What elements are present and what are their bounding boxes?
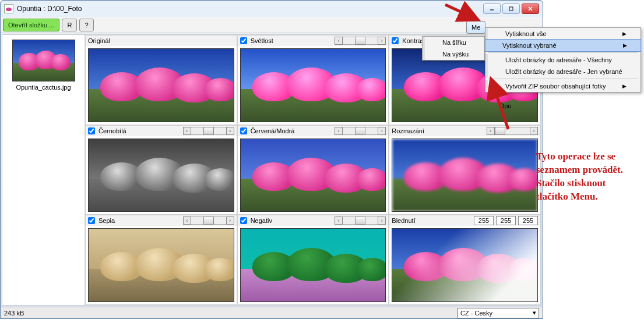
cell-sepia: Sepia ‹ › bbox=[85, 215, 237, 305]
annotation-arrow-icon bbox=[442, 1, 483, 24]
cb-brightness[interactable] bbox=[240, 37, 247, 44]
slider-right-icon[interactable]: › bbox=[378, 216, 386, 225]
fade-value-1[interactable]: 255 bbox=[474, 216, 494, 225]
preview-fade[interactable] bbox=[392, 228, 538, 302]
slider-bw[interactable]: ‹ › bbox=[183, 127, 234, 135]
cell-label: Negativ bbox=[251, 217, 272, 224]
preview-sepia[interactable] bbox=[88, 228, 234, 302]
cell-original: Originál bbox=[85, 35, 237, 125]
submenu-arrow-icon: ▶ bbox=[623, 42, 627, 48]
slider-left-icon[interactable]: ‹ bbox=[335, 216, 343, 225]
menu-print-selected[interactable]: Vytisknout vybrané▶ bbox=[485, 39, 641, 52]
cell-brightness: Světlost ‹ › bbox=[237, 35, 389, 125]
annotation-arrow-icon bbox=[485, 76, 514, 134]
annotation-text: Tyto operace lze se seznamem provádět. S… bbox=[536, 150, 623, 204]
cell-label: Černobílá bbox=[98, 127, 126, 134]
slider-left-icon[interactable]: ‹ bbox=[335, 127, 343, 135]
cell-label: Světlost bbox=[251, 37, 273, 44]
submenu-arrow-icon: ▶ bbox=[622, 31, 627, 37]
thumbnail-filename: Opuntia_cactus.jpg bbox=[5, 84, 82, 91]
fade-value-3[interactable]: 255 bbox=[518, 216, 538, 225]
submenu-landscape[interactable]: Na šířku bbox=[423, 37, 484, 48]
cell-label: Rozmazání bbox=[392, 127, 424, 134]
fade-value-2[interactable]: 255 bbox=[496, 216, 516, 225]
help-button[interactable]: ? bbox=[79, 19, 93, 31]
slider-negative[interactable]: ‹ › bbox=[335, 216, 386, 225]
slider-right-icon[interactable]: › bbox=[530, 127, 538, 135]
cb-bw[interactable] bbox=[88, 127, 95, 134]
slider-left-icon[interactable]: ‹ bbox=[183, 127, 191, 135]
menu-save-all[interactable]: Uložit obrázky do adresáře - Všechny bbox=[485, 54, 641, 66]
cell-label: Červená/Modrá bbox=[251, 127, 295, 134]
content-area: Opuntia_cactus.jpg Originál Světlost bbox=[2, 34, 541, 306]
sidebar: Opuntia_cactus.jpg bbox=[2, 35, 85, 305]
r-button[interactable]: R bbox=[62, 19, 77, 31]
cell-negative: Negativ ‹ › bbox=[237, 215, 389, 305]
window-title: Opuntia : D:\00_Foto bbox=[17, 5, 82, 13]
language-select[interactable]: CZ - Cesky ▾ bbox=[458, 308, 539, 318]
slider-left-icon[interactable]: ‹ bbox=[335, 37, 343, 45]
cell-label: Originál bbox=[88, 37, 110, 44]
svg-rect-1 bbox=[509, 7, 513, 10]
slider-brightness[interactable]: ‹ › bbox=[335, 37, 386, 45]
maximize-button[interactable] bbox=[502, 3, 520, 14]
submenu-portrait[interactable]: Na výšku bbox=[423, 48, 484, 60]
preview-redblue[interactable] bbox=[240, 139, 386, 212]
statusbar: 243 kB CZ - Cesky ▾ bbox=[1, 307, 543, 318]
preview-brightness[interactable] bbox=[240, 48, 386, 122]
menu-separator bbox=[488, 52, 638, 53]
cell-label: Sepia bbox=[98, 217, 115, 224]
slider-right-icon[interactable]: › bbox=[378, 127, 386, 135]
slider-right-icon[interactable]: › bbox=[226, 127, 234, 135]
preview-original[interactable] bbox=[88, 48, 234, 122]
minimize-button[interactable] bbox=[483, 3, 501, 14]
cell-fade: Blednutí 255 255 255 bbox=[389, 215, 541, 305]
menu-print-all[interactable]: Vytisknout vše▶ bbox=[485, 28, 641, 40]
submenu-print-orientation: Na šířku Na výšku bbox=[422, 36, 485, 61]
cell-redblue: Červená/Modrá ‹ › bbox=[237, 125, 389, 215]
open-folder-button[interactable]: Otevřít složku ... bbox=[3, 19, 59, 31]
svg-line-5 bbox=[492, 81, 508, 129]
submenu-arrow-icon: ▶ bbox=[622, 83, 627, 89]
cb-contrast[interactable] bbox=[392, 37, 399, 44]
cb-negative[interactable] bbox=[240, 217, 247, 224]
slider-left-icon[interactable]: ‹ bbox=[183, 216, 191, 225]
language-value: CZ - Cesky bbox=[460, 310, 492, 317]
preview-bw[interactable] bbox=[88, 139, 234, 212]
slider-redblue[interactable]: ‹ › bbox=[335, 127, 386, 135]
close-button[interactable] bbox=[522, 3, 539, 14]
chevron-down-icon: ▾ bbox=[533, 309, 536, 317]
preview-blur[interactable] bbox=[392, 139, 538, 212]
svg-line-4 bbox=[445, 5, 476, 19]
cell-bw: Černobílá ‹ › bbox=[85, 125, 237, 215]
thumbnail[interactable] bbox=[12, 40, 75, 81]
slider-sepia[interactable]: ‹ › bbox=[183, 216, 234, 225]
app-icon bbox=[4, 4, 13, 13]
cb-sepia[interactable] bbox=[88, 217, 95, 224]
cell-label: Blednutí bbox=[392, 217, 415, 224]
filesize-label: 243 kB bbox=[4, 310, 24, 317]
cb-redblue[interactable] bbox=[240, 127, 247, 134]
cell-blur: Rozmazání ‹ › bbox=[389, 125, 541, 215]
slider-right-icon[interactable]: › bbox=[226, 216, 234, 225]
effects-grid: Originál Světlost ‹ › bbox=[85, 35, 541, 305]
slider-right-icon[interactable]: › bbox=[378, 37, 386, 45]
preview-negative[interactable] bbox=[240, 228, 386, 302]
